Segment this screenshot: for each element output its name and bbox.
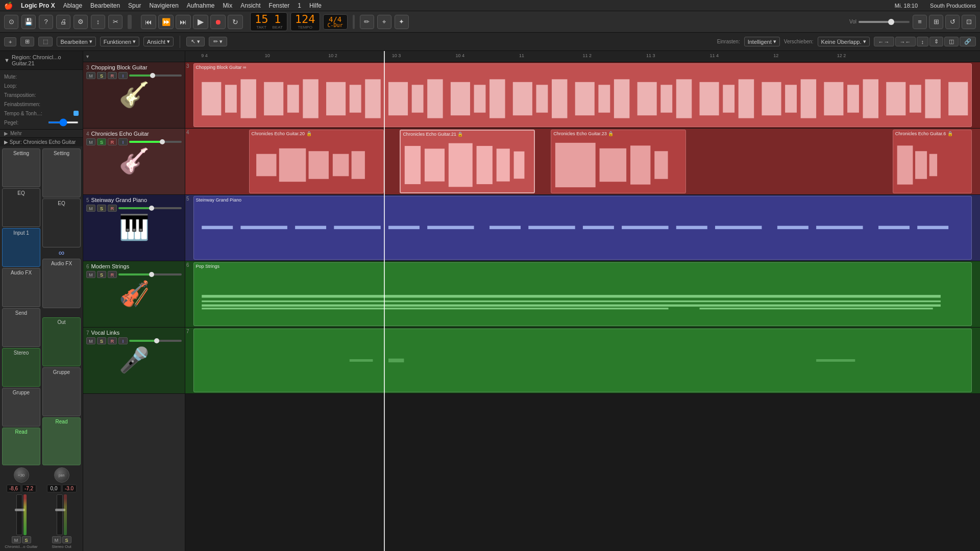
- pegel-slider[interactable]: [48, 121, 79, 123]
- track-7-arrange[interactable]: 7: [185, 328, 980, 394]
- track-7-rec[interactable]: R: [108, 337, 117, 344]
- toolbar-right-btn[interactable]: ⊡: [962, 15, 976, 29]
- track-3-solo[interactable]: S: [97, 72, 106, 79]
- menu-aufnahme[interactable]: Aufnahme: [187, 2, 215, 9]
- functions-dropdown[interactable]: Funktionen ▾: [100, 37, 139, 46]
- gruppe-btn-2[interactable]: Gruppe: [42, 367, 81, 416]
- scissors-btn[interactable]: ✂: [108, 15, 122, 29]
- zoom-out-v-btn[interactable]: ↕: [917, 37, 929, 46]
- setting-btn-2[interactable]: Setting: [42, 148, 81, 197]
- clip-piano-main[interactable]: Steinway Grand Piano: [193, 196, 972, 260]
- track-7-volume[interactable]: [129, 340, 182, 342]
- audio-fx-btn-2[interactable]: Audio FX: [42, 259, 81, 308]
- move-dropdown[interactable]: Keine Überlapp. ▾: [818, 37, 870, 46]
- track-3-arrange[interactable]: 3 Chopping Block Guitar ∞: [185, 62, 980, 129]
- master-volume-slider[interactable]: [859, 21, 910, 23]
- track-5-mute[interactable]: M: [86, 205, 95, 212]
- toolbar-piano-btn[interactable]: ⊞: [929, 15, 943, 29]
- clip-chr-6[interactable]: Chronicles Echo Guitar.6 🔒: [893, 130, 972, 193]
- eq-btn-2[interactable]: EQ: [42, 198, 81, 247]
- view-dropdown[interactable]: Ansicht ▾: [143, 37, 174, 46]
- track-4-rec[interactable]: R: [108, 138, 117, 145]
- track-3-rec[interactable]: R: [108, 72, 117, 79]
- layout-btn[interactable]: ↕: [91, 15, 105, 29]
- edit-dropdown[interactable]: Bearbeiten ▾: [57, 37, 95, 46]
- menu-ansicht[interactable]: Ansicht: [240, 2, 260, 9]
- clip-chr-23[interactable]: Chronicles Echo Guitar.23 🔒: [551, 130, 686, 193]
- track-5-rec[interactable]: R: [108, 205, 117, 212]
- region-view-btn[interactable]: ⬚: [38, 37, 53, 46]
- track-7-input[interactable]: I: [118, 337, 128, 344]
- track-3-volume[interactable]: [129, 74, 182, 77]
- menu-fenster[interactable]: Fenster: [269, 2, 290, 9]
- track-6-mute[interactable]: M: [86, 271, 95, 278]
- zoom-in-h-btn[interactable]: →←: [895, 37, 916, 46]
- print-btn[interactable]: 🖨: [56, 15, 70, 29]
- clip-vocal-area[interactable]: [193, 329, 972, 392]
- menu-ablage[interactable]: Ablage: [63, 2, 82, 9]
- help-btn[interactable]: ?: [39, 15, 53, 29]
- zoom-in-v-btn[interactable]: ⇕: [929, 37, 943, 46]
- clip-chr-20[interactable]: Chronicles Echo Guitar.20 🔒: [249, 130, 384, 193]
- settings-toolbar-btn[interactable]: ⚙: [74, 15, 88, 29]
- track-4-volume[interactable]: [129, 141, 182, 143]
- read-btn-2[interactable]: Read: [42, 417, 81, 465]
- record-btn[interactable]: ⏺: [210, 15, 226, 29]
- pan-knob-2[interactable]: pan: [54, 467, 69, 483]
- pan-knob-1[interactable]: +30: [14, 467, 29, 483]
- tool-btn-1[interactable]: ✏: [360, 15, 374, 29]
- tool-btn-2[interactable]: ⌖: [377, 15, 391, 29]
- menu-bearbeiten[interactable]: Bearbeiten: [90, 2, 120, 9]
- msb-btn-2m[interactable]: M: [52, 536, 61, 543]
- file-btn[interactable]: 💾: [21, 15, 36, 29]
- zoom-out-h-btn[interactable]: ←→: [874, 37, 894, 46]
- resize-btn[interactable]: ◫: [944, 37, 959, 46]
- menu-spur[interactable]: Spur: [128, 2, 141, 9]
- play-btn[interactable]: ▶: [193, 15, 208, 29]
- more-btn[interactable]: ▶ Mehr: [0, 130, 83, 137]
- link-btn[interactable]: 🔗: [960, 37, 976, 46]
- clip-chop-main[interactable]: Chopping Block Guitar ∞: [193, 63, 972, 127]
- clip-strings-main[interactable]: Pop Strings: [193, 262, 972, 326]
- tool-pencil[interactable]: ✏ ▾: [209, 37, 227, 46]
- toolbar-list-btn[interactable]: ≡: [913, 15, 927, 29]
- track-6-arrange[interactable]: 6 Pop Strings: [185, 261, 980, 328]
- go-start-btn[interactable]: ⏭: [176, 15, 191, 29]
- audio-fx-btn-1[interactable]: Audio FX: [2, 268, 40, 307]
- save-btn[interactable]: ⊙: [4, 15, 18, 29]
- fader-2[interactable]: [57, 494, 63, 535]
- track-4-mute[interactable]: M: [86, 138, 95, 145]
- setting-btn-1[interactable]: Setting: [2, 148, 40, 187]
- menu-hilfe[interactable]: Hilfe: [309, 2, 322, 9]
- cycle-btn[interactable]: ↻: [228, 15, 243, 29]
- stereo-link-btn[interactable]: ∞: [42, 248, 81, 258]
- track-3-input[interactable]: I: [118, 72, 128, 79]
- menu-mix[interactable]: Mix: [223, 2, 233, 9]
- fast-forward-btn[interactable]: ⏩: [158, 15, 174, 29]
- eq-btn-1[interactable]: EQ: [2, 188, 40, 227]
- stereo-btn-1[interactable]: Stereo: [2, 348, 40, 387]
- rewind-btn[interactable]: ⏮: [141, 15, 156, 29]
- menu-1[interactable]: 1: [298, 2, 301, 9]
- track-4-arrange[interactable]: 4 Chronicles Echo Guitar.20 🔒: [185, 129, 980, 195]
- read-btn-1[interactable]: Read: [2, 428, 40, 465]
- snapshot-btn[interactable]: ⊞: [20, 37, 34, 46]
- track-7-solo[interactable]: S: [97, 337, 106, 344]
- msb-btn-1[interactable]: M: [12, 536, 21, 543]
- msb-btn-2s[interactable]: S: [62, 536, 71, 543]
- menu-navigieren[interactable]: Navigieren: [149, 2, 178, 9]
- stereo-btn-2[interactable]: Out: [42, 317, 81, 366]
- fader-1[interactable]: [16, 494, 22, 535]
- tool-arrow[interactable]: ↖ ▾: [186, 37, 205, 46]
- send-btn[interactable]: Send: [2, 308, 40, 347]
- gruppe-btn-1[interactable]: Gruppe: [2, 388, 40, 427]
- track-5-arrange[interactable]: 5 Steinway Grand Piano: [185, 195, 980, 261]
- clip-chr-21[interactable]: Chronicles Echo Guitar.21 🔒: [400, 130, 535, 193]
- track-6-solo[interactable]: S: [97, 271, 106, 278]
- track-4-input[interactable]: I: [118, 138, 128, 145]
- track-3-mute[interactable]: M: [86, 72, 95, 79]
- snap-dropdown[interactable]: Intelligent ▾: [744, 37, 780, 46]
- track-7-mute[interactable]: M: [86, 337, 95, 344]
- track-6-rec[interactable]: R: [108, 271, 117, 278]
- msb-btn-s[interactable]: S: [22, 536, 31, 543]
